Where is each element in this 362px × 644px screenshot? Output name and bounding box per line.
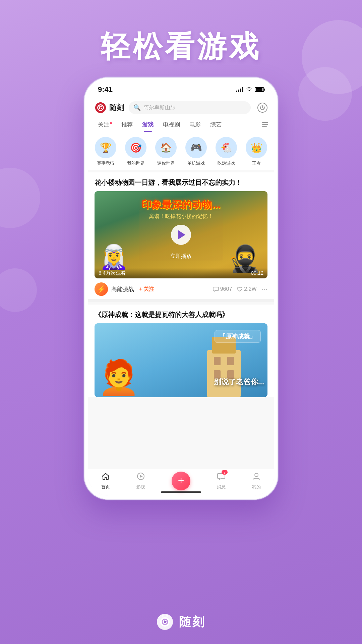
- more-options-btn-1[interactable]: ···: [261, 285, 267, 293]
- nav-profile[interactable]: 我的: [252, 472, 261, 490]
- nav-home[interactable]: 首页: [101, 472, 110, 490]
- feed-item-2: 《原神成就：这就是提瓦特的大善人成就吗》: [88, 305, 274, 397]
- tab-variety[interactable]: 综艺: [205, 117, 226, 132]
- nav-add[interactable]: +: [172, 472, 190, 490]
- video-duration: 09:12: [251, 270, 263, 276]
- category-icon-battle-royale: 🐔: [216, 137, 237, 158]
- comment-icon: [213, 286, 219, 292]
- video-thumbnail-2[interactable]: 🧑‍🦰 「原神成就」 别说了老爸你...: [95, 323, 267, 397]
- status-bar: 9:41: [88, 81, 274, 98]
- nav-tabs: 关注 推荐 游戏 电视剧 电影 综艺: [88, 117, 274, 132]
- status-time: 9:41: [98, 85, 113, 94]
- svg-point-19: [255, 473, 258, 477]
- video-nav-icon: [136, 472, 145, 483]
- category-single-game[interactable]: 🎮 单机游戏: [182, 137, 210, 166]
- play-label: 立即播放: [170, 253, 192, 260]
- main-headline: 轻松看游戏: [0, 27, 362, 67]
- category-esports[interactable]: 🏆 赛事竞猜: [91, 137, 120, 166]
- video-sub-text: 离谱！吃掉花小楼的记忆！: [95, 213, 267, 220]
- tab-tv[interactable]: 电视剧: [158, 117, 185, 132]
- add-button[interactable]: +: [172, 472, 190, 490]
- play-button[interactable]: [171, 225, 191, 245]
- search-icon: 🔍: [133, 104, 141, 111]
- tab-recommend[interactable]: 推荐: [117, 117, 137, 132]
- nav-more-btn[interactable]: [261, 121, 269, 128]
- search-placeholder: 阿尔卑斯山脉: [143, 104, 176, 111]
- app-logo[interactable]: 随刻: [95, 102, 124, 114]
- category-battle-royale[interactable]: 🐔 吃鸡游戏: [212, 137, 241, 166]
- nav-videos-label: 影视: [136, 484, 145, 490]
- category-label-battle-royale: 吃鸡游戏: [218, 160, 235, 166]
- home-icon: [101, 472, 110, 483]
- categories-row: 🏆 赛事竞猜 🎯 我的世界 🏠 迷你世界 🎮 单机游戏 🐔 吃鸡游: [88, 132, 274, 170]
- nav-messages-label: 消息: [217, 484, 226, 490]
- building-bg: [200, 337, 247, 397]
- bottom-brand: 随刻: [0, 613, 362, 631]
- signal-bar-4: [242, 87, 243, 92]
- like-icon: [237, 286, 243, 292]
- author-row-1: ⚡ 高能挑战 + 关注 9607: [95, 278, 267, 299]
- category-honor-kings[interactable]: 👑 王者: [242, 137, 271, 166]
- bg-decoration-2: [298, 67, 352, 121]
- nav-home-label: 首页: [101, 484, 110, 490]
- comment-stat[interactable]: 9607: [213, 286, 232, 292]
- message-icon: 7: [217, 472, 226, 483]
- feed-item-1: 花小楼动物园一日游，看我展示过目不忘的实力！ 印象最深的动物... 离谱！吃掉花…: [88, 172, 274, 299]
- phone-outer: 9:41: [84, 77, 278, 500]
- category-icon-mini-world: 🏠: [155, 137, 177, 158]
- logo-svg-icon: [95, 102, 107, 114]
- nav-messages[interactable]: 7 消息: [217, 472, 226, 490]
- tab-games[interactable]: 游戏: [137, 117, 158, 132]
- video-overlay-text: 印象最深的动物... 离谱！吃掉花小楼的记忆！: [95, 198, 267, 220]
- follow-dot: [110, 122, 112, 124]
- logo-text: 随刻: [109, 103, 124, 113]
- author-stats-1: 9607 2.2W ···: [213, 285, 267, 293]
- app-header: 随刻 🔍 阿尔卑斯山脉: [88, 98, 274, 117]
- category-minecraft[interactable]: 🎯 我的世界: [121, 137, 150, 166]
- feed-title-1: 花小楼动物园一日游，看我展示过目不忘的实力！: [95, 178, 267, 187]
- bg-decoration-4: [0, 268, 37, 312]
- category-mini-world[interactable]: 🏠 迷你世界: [152, 137, 180, 166]
- nav-videos[interactable]: 影视: [136, 472, 145, 490]
- genshin-char-icon: 🧑‍🦰: [98, 358, 140, 397]
- like-stat[interactable]: 2.2W: [237, 286, 256, 292]
- category-icon-honor-kings: 👑: [246, 137, 267, 158]
- bg-decoration-3: [0, 168, 40, 228]
- achievement-badge: 「原神成就」: [215, 330, 261, 343]
- author-avatar-1[interactable]: ⚡: [95, 282, 108, 296]
- view-count: 6.4万次观看: [99, 270, 126, 276]
- svg-rect-13: [214, 357, 221, 365]
- category-icon-single-game: 🎮: [185, 137, 207, 158]
- category-icon-minecraft: 🎯: [125, 137, 146, 158]
- phone-screen: 9:41: [88, 81, 274, 496]
- wifi-icon: [246, 87, 252, 93]
- category-label-single-game: 单机游戏: [187, 160, 205, 166]
- brand-name: 随刻: [179, 614, 206, 630]
- tab-follow[interactable]: 关注: [93, 117, 117, 132]
- video-stats-bar: 6.4万次观看 09:12: [95, 268, 267, 278]
- tab-movie[interactable]: 电影: [185, 117, 205, 132]
- signal-bar-2: [238, 90, 239, 92]
- genshin-overlay-text: 别说了老爸你...: [214, 377, 264, 387]
- svg-marker-18: [140, 475, 143, 478]
- video-thumbnail-1[interactable]: 印象最深的动物... 离谱！吃掉花小楼的记忆！ 🧝‍♀️ 🥷 立即播放 6.4万…: [95, 191, 267, 278]
- battery-icon: [255, 87, 264, 92]
- follow-button-1[interactable]: + 关注: [139, 286, 154, 293]
- video-main-text: 印象最深的动物...: [95, 198, 267, 212]
- search-bar[interactable]: 🔍 阿尔卑斯山脉: [129, 101, 251, 114]
- signal-icon: [236, 87, 243, 92]
- battery-fill: [256, 88, 262, 91]
- svg-rect-11: [207, 350, 241, 397]
- category-icon-esports: 🏆: [95, 137, 116, 158]
- signal-bar-3: [240, 89, 241, 92]
- feed-title-2: 《原神成就：这就是提瓦特的大善人成就吗》: [95, 310, 267, 319]
- feed-divider: [88, 299, 274, 302]
- svg-point-24: [162, 615, 164, 617]
- svg-rect-14: [227, 357, 234, 365]
- home-indicator: [161, 491, 201, 493]
- author-name-1: 高能挑战: [111, 285, 134, 293]
- history-icon[interactable]: [257, 103, 267, 113]
- category-label-mini-world: 迷你世界: [157, 160, 175, 166]
- nav-profile-label: 我的: [252, 484, 261, 490]
- category-label-minecraft: 我的世界: [127, 160, 144, 166]
